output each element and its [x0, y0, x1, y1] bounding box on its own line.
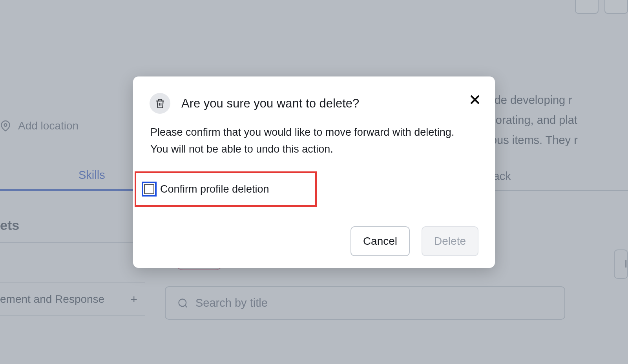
modal-header: Are you sure you want to delete? — [150, 93, 478, 114]
confirm-checkbox-highlighted: Confirm profile deletion — [135, 171, 317, 207]
modal-footer: Cancel Delete — [150, 226, 478, 256]
trash-icon — [155, 98, 165, 109]
confirm-checkbox-label: Confirm profile deletion — [160, 183, 269, 195]
modal-body-line1: Please confirm that you would like to mo… — [150, 124, 478, 141]
modal-body: Please confirm that you would like to mo… — [150, 124, 478, 158]
confirm-checkbox[interactable] — [142, 182, 157, 197]
modal-overlay: Are you sure you want to delete? Please … — [0, 0, 628, 364]
modal-title: Are you sure you want to delete? — [181, 96, 359, 111]
cancel-button[interactable]: Cancel — [351, 226, 410, 256]
delete-button[interactable]: Delete — [422, 226, 478, 256]
modal-icon-circle — [150, 93, 170, 114]
modal-body-line2: You will not be able to undo this action… — [150, 141, 478, 158]
close-icon[interactable] — [469, 94, 481, 108]
delete-confirmation-modal: Are you sure you want to delete? Please … — [133, 76, 495, 268]
